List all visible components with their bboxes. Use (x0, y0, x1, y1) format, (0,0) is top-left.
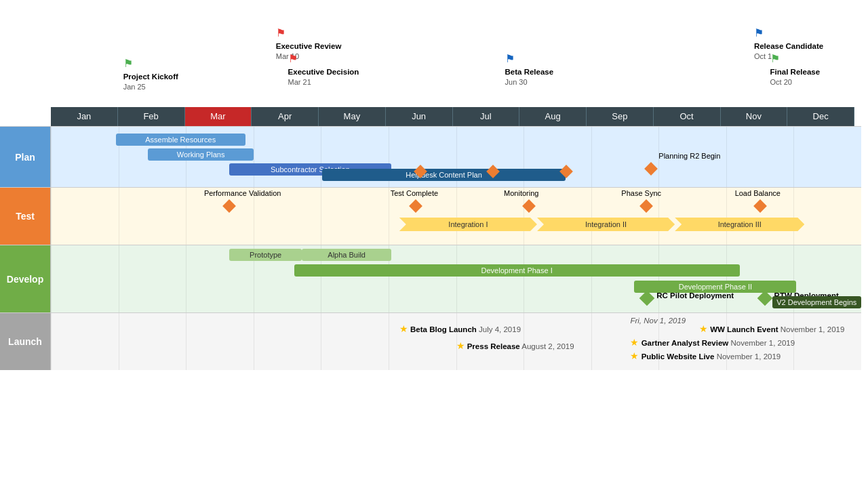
launch-item: ★ Gartner Analyst Review November 1, 201… (630, 337, 795, 348)
month-jan: Jan (51, 107, 118, 126)
test-diamond-monitoring: Monitoring (524, 201, 534, 211)
month-may: May (319, 107, 386, 126)
bar-helpdesk-content-plan: Helpdesk Content Plan (322, 169, 566, 181)
month-mar: Mar (185, 107, 252, 126)
launch-item: ★ Press Release August 2, 2019 (456, 340, 574, 351)
bar-working-plans: Working Plans (148, 148, 253, 161)
row-label-develop: Develop (0, 245, 51, 312)
row-content-develop: PrototypeAlpha BuildDevelopment Phase ID… (51, 245, 861, 312)
bar-assemble-resources: Assemble Resources (116, 134, 245, 146)
bar-alpha-build: Alpha Build (302, 249, 391, 261)
develop-diamond-rc-pilot-deployment: RC Pilot Deployment (642, 293, 652, 304)
row-content-launch: ★ Beta Blog Launch July 4, 2019★ Press R… (51, 313, 861, 370)
develop-diamond-rtw-deployment: RTW Deployment (760, 293, 770, 304)
test-diamond-label: Test Complete (391, 189, 438, 197)
row-launch: Launch★ Beta Blog Launch July 4, 2019★ P… (0, 312, 861, 370)
month-jun: Jun (386, 107, 453, 126)
launch-item: ★ Beta Blog Launch July 4, 2019 (399, 323, 521, 334)
test-diamond-label: Load Balance (735, 189, 781, 197)
launch-item: Fri, Nov 1, 2019 (630, 317, 686, 325)
test-diamond-performance-validation: Performance Validation (224, 201, 234, 211)
page-title (0, 0, 868, 19)
month-sep: Sep (587, 107, 654, 126)
bar-development-phase-i: Development Phase I (294, 264, 740, 277)
milestone-beta-release: ⚑Beta ReleaseJun 30 (505, 52, 554, 88)
test-diamond-label: Phase Sync (621, 189, 661, 197)
launch-item: ★ Public Website Live November 1, 2019 (630, 350, 781, 361)
month-feb: Feb (118, 107, 185, 126)
test-diamond-load-balance: Load Balance (755, 201, 765, 211)
month-jul: Jul (453, 107, 520, 126)
milestone-executive-decision: ⚑Executive DecisionMar 21 (288, 52, 359, 88)
milestone-project-kickoff: ⚑Project KickoffJan 25 (123, 56, 178, 93)
diamond-label: Planning R2 Begin (658, 152, 720, 160)
row-label-launch: Launch (0, 313, 51, 370)
test-diamond-test-complete: Test Complete (411, 201, 420, 211)
month-nov: Nov (721, 107, 788, 126)
develop-diamond-label: RC Pilot Deployment (656, 291, 734, 300)
row-content-test: Performance ValidationTest CompleteMonit… (51, 188, 861, 245)
row-plan: PlanAssemble ResourcesWorking PlansSubco… (0, 126, 861, 187)
month-dec: Dec (787, 107, 854, 126)
launch-item: ★ WW Launch Event November 1, 2019 (699, 323, 844, 334)
row-develop: DevelopPrototypeAlpha BuildDevelopment P… (0, 245, 861, 312)
chevron-integration-iii: Integration III (675, 218, 804, 231)
month-oct: Oct (654, 107, 721, 126)
test-diamond-phase-sync: Phase Sync (642, 201, 651, 211)
month-apr: Apr (252, 107, 319, 126)
bar-prototype: Prototype (229, 249, 302, 261)
chevron-integration-ii: Integration II (537, 218, 675, 231)
bar-v2-development-begins: V2 Development Begins (772, 296, 861, 308)
gantt-rows: PlanAssemble ResourcesWorking PlansSubco… (0, 126, 861, 370)
month-aug: Aug (519, 107, 587, 126)
timeline-header: JanFebMarAprMayJunJulAugSepOctNovDec (51, 107, 854, 126)
milestone-final-release: ⚑Final ReleaseOct 20 (770, 52, 821, 88)
row-test: TestPerformance ValidationTest CompleteM… (0, 187, 861, 245)
row-content-plan: Assemble ResourcesWorking PlansSubcontra… (51, 127, 861, 187)
test-diamond-label: Monitoring (504, 189, 538, 197)
test-diamond-label: Performance Validation (204, 189, 281, 197)
row-label-plan: Plan (0, 127, 51, 187)
row-label-test: Test (0, 188, 51, 245)
milestone-area: ⚑Project KickoffJan 25⚑Executive ReviewM… (51, 19, 854, 107)
chevron-integration-i: Integration I (399, 218, 537, 231)
